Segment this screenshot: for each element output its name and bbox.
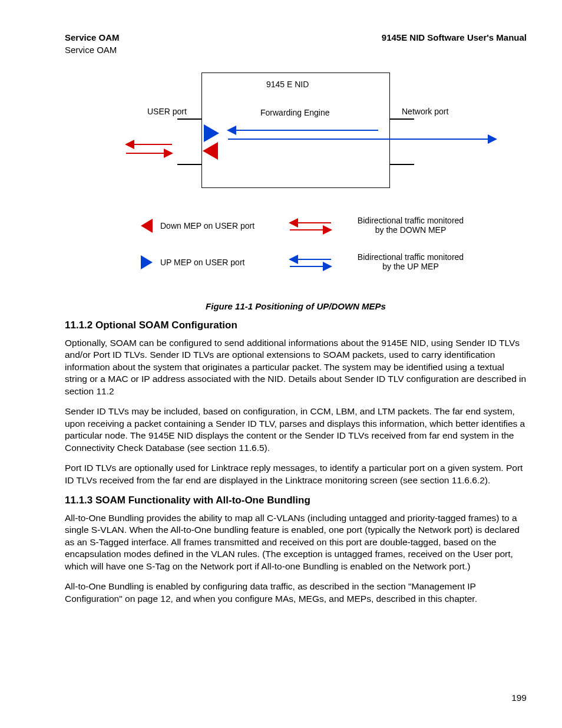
legend-up-mep-label: UP MEP on USER port (160, 258, 244, 267)
page-header: Service OAM 9145E NID Software User's Ma… (65, 32, 527, 42)
section-11-1-3-p2: All-to-One Bundling is enabled by config… (65, 581, 527, 605)
page-number: 199 (511, 693, 527, 703)
legend-down-mep-label: Down MEP on USER port (160, 221, 254, 230)
section-11-1-3-heading: 11.1.3 SOAM Functionality with All-to-On… (65, 495, 527, 506)
section-11-1-2-heading: 11.1.2 Optional SOAM Configuration (65, 319, 527, 331)
header-sub-left: Service OAM (65, 45, 527, 55)
figure-caption: Figure 11-1 Positioning of UP/DOWN MEPs (65, 301, 527, 311)
legend-bidir-down: Bidirectional traffic monitored by the D… (346, 216, 475, 235)
legend-up-mep-triangle-icon (141, 255, 153, 269)
section-11-1-3-p1: All-to-One Bundling provides the ability… (65, 512, 527, 572)
down-mep-triangle-icon (203, 142, 218, 160)
section-11-1-2-p3: Port ID TLVs are optionally used for Lin… (65, 462, 527, 486)
legend-bidir-down-l2: by the DOWN MEP (375, 225, 447, 235)
section-11-1-2-p2: Sender ID TLVs may be included, based on… (65, 406, 527, 454)
up-mep-triangle-icon (204, 124, 219, 142)
header-right: 9145E NID Software User's Manual (382, 32, 527, 42)
legend-bidir-up-l2: by the UP MEP (382, 262, 438, 271)
header-left: Service OAM (65, 32, 120, 42)
mep-diagram: 9145 E NID Forwarding Engine USER port N… (72, 73, 520, 291)
legend-down-mep-triangle-icon (141, 219, 153, 233)
legend-bidir-up-l1: Bidirectional traffic monitored (358, 252, 464, 262)
legend-bidir-up: Bidirectional traffic monitored by the U… (346, 252, 475, 271)
legend-bidir-down-l1: Bidirectional traffic monitored (358, 216, 464, 225)
page: Service OAM 9145E NID Software User's Ma… (0, 0, 562, 728)
section-11-1-2-p1: Optionally, SOAM can be configured to se… (65, 337, 527, 397)
